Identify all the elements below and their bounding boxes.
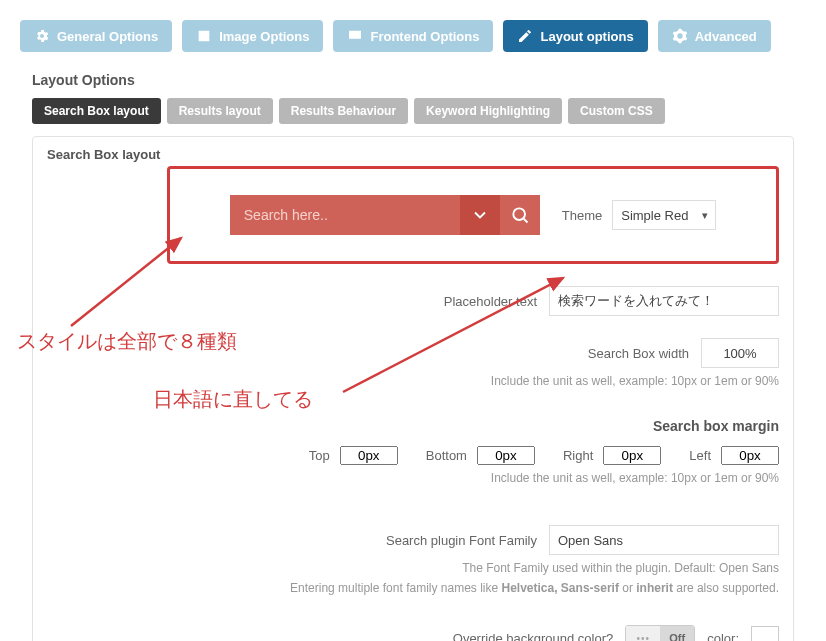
image-icon	[196, 28, 212, 44]
svg-line-1	[523, 218, 527, 222]
margin-left-label: Left	[689, 448, 711, 463]
search-bar-preview	[230, 195, 540, 235]
override-bg-label: Override background color?	[453, 631, 613, 642]
tab-general-label: General Options	[57, 29, 158, 44]
tab-advanced[interactable]: Advanced	[658, 20, 771, 52]
color-swatch[interactable]	[751, 626, 779, 641]
section-title: Layout Options	[32, 72, 806, 88]
row-override-bg: Override background color? ••• Off color…	[47, 625, 779, 641]
font-hint-2: Entering multiple font family names like…	[47, 581, 779, 595]
tab-layout-label: Layout options	[540, 29, 633, 44]
dropdown-button[interactable]	[460, 195, 500, 235]
fieldset-search-box-layout: Search Box layout Theme Simple	[32, 136, 794, 641]
margin-bottom-label: Bottom	[426, 448, 467, 463]
theme-group: Theme Simple Red	[562, 200, 716, 230]
tab-image[interactable]: Image Options	[182, 20, 323, 52]
search-preview-box: Theme Simple Red	[167, 166, 779, 264]
margin-top-input[interactable]	[340, 446, 398, 465]
margin-right-input[interactable]	[603, 446, 661, 465]
tab-image-label: Image Options	[219, 29, 309, 44]
margin-right-label: Right	[563, 448, 593, 463]
toggle-off: Off	[660, 626, 694, 641]
tab-layout[interactable]: Layout options	[503, 20, 647, 52]
margin-heading: Search box margin	[47, 418, 779, 434]
subtab-keyword-highlighting[interactable]: Keyword Highlighting	[414, 98, 562, 124]
font-hint-1: The Font Family used within the plugin. …	[47, 561, 779, 575]
tab-general[interactable]: General Options	[20, 20, 172, 52]
search-button[interactable]	[500, 195, 540, 235]
width-hint: Include the unit as well, example: 10px …	[47, 374, 779, 388]
gear-icon	[34, 28, 50, 44]
main-tabs: General Options Image Options Frontend O…	[20, 20, 806, 52]
annotation-japanese: 日本語に直してる	[153, 386, 313, 413]
theme-select[interactable]: Simple Red	[612, 200, 716, 230]
pencil-icon	[517, 28, 533, 44]
toggle-on: •••	[626, 626, 660, 641]
placeholder-input[interactable]	[549, 286, 779, 316]
subtab-custom-css[interactable]: Custom CSS	[568, 98, 665, 124]
row-width: Search Box width	[47, 338, 779, 368]
row-placeholder: Placeholder text	[47, 286, 779, 316]
override-bg-toggle[interactable]: ••• Off	[625, 625, 695, 641]
subtab-results-layout[interactable]: Results layout	[167, 98, 273, 124]
search-input-preview[interactable]	[230, 195, 460, 235]
tab-frontend-label: Frontend Options	[370, 29, 479, 44]
width-input[interactable]	[701, 338, 779, 368]
cog-icon	[672, 28, 688, 44]
margin-hint: Include the unit as well, example: 10px …	[47, 471, 779, 485]
monitor-icon	[347, 28, 363, 44]
width-label: Search Box width	[588, 346, 689, 361]
color-label: color:	[707, 631, 739, 642]
tab-frontend[interactable]: Frontend Options	[333, 20, 493, 52]
margin-top-label: Top	[309, 448, 330, 463]
sub-tabs: Search Box layout Results layout Results…	[32, 98, 806, 124]
fieldset-legend: Search Box layout	[33, 137, 793, 166]
margin-left-input[interactable]	[721, 446, 779, 465]
subtab-results-behaviour[interactable]: Results Behaviour	[279, 98, 408, 124]
search-icon	[510, 205, 530, 225]
margin-bottom-input[interactable]	[477, 446, 535, 465]
placeholder-label: Placeholder text	[444, 294, 537, 309]
svg-point-0	[513, 208, 525, 220]
theme-label: Theme	[562, 208, 602, 223]
row-font-family: Search plugin Font Family	[47, 525, 779, 555]
tab-advanced-label: Advanced	[695, 29, 757, 44]
subtab-search-box-layout[interactable]: Search Box layout	[32, 98, 161, 124]
font-family-label: Search plugin Font Family	[386, 533, 537, 548]
row-margin: Top Bottom Right Left	[47, 446, 779, 465]
chevron-down-icon	[470, 205, 490, 225]
font-family-input[interactable]	[549, 525, 779, 555]
